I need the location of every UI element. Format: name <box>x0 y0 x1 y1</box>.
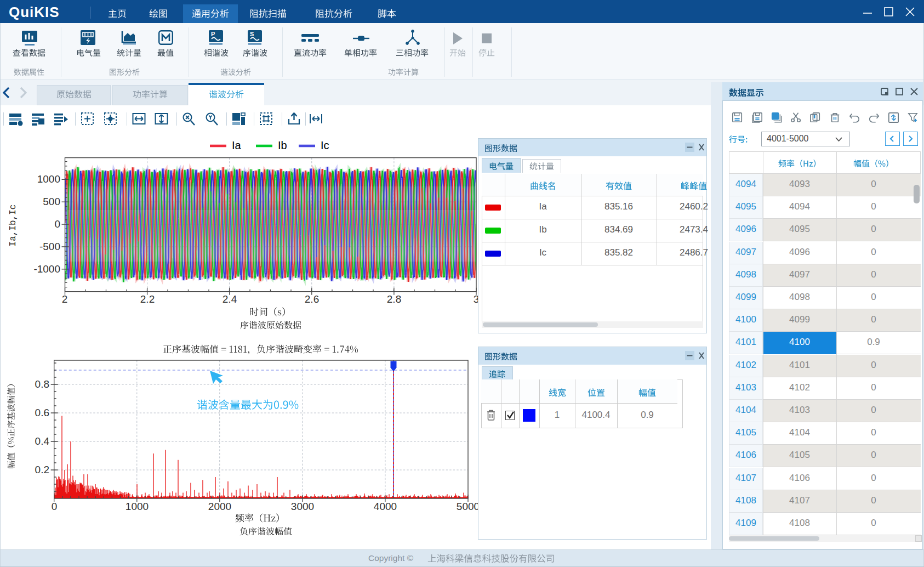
svg-text:P: P <box>211 31 215 37</box>
svg-text:S: S <box>250 31 254 37</box>
